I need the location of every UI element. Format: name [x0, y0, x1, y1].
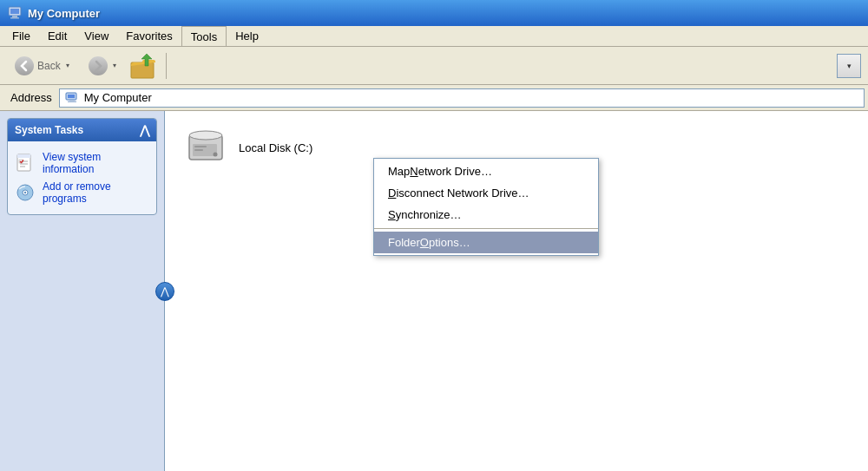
- svg-point-21: [214, 153, 218, 157]
- back-label: Back: [37, 60, 61, 72]
- title-bar: My Computer: [0, 0, 868, 26]
- menu-item-view[interactable]: View: [76, 26, 117, 46]
- address-label: Address: [3, 91, 59, 104]
- title-bar-text: My Computer: [28, 7, 100, 20]
- svg-rect-8: [68, 101, 76, 102]
- svg-rect-1: [10, 9, 19, 14]
- local-disk-label: Local Disk (C:): [239, 141, 312, 154]
- menu-item-favorites[interactable]: Favorites: [117, 26, 181, 46]
- back-button[interactable]: Back ▾: [7, 52, 77, 80]
- view-system-info-icon: [15, 153, 36, 173]
- forward-icon: [89, 56, 108, 75]
- svg-rect-7: [69, 100, 75, 101]
- folder-options-item[interactable]: Folder Options…: [374, 232, 598, 253]
- computer-icon: [7, 5, 23, 21]
- menu-item-file[interactable]: File: [3, 26, 39, 46]
- folder-up-icon: [128, 50, 159, 82]
- local-disk-icon: [182, 128, 230, 167]
- back-icon: [15, 56, 34, 75]
- svg-point-17: [24, 192, 26, 193]
- disconnect-network-drive-item[interactable]: Disconnect Network Drive…: [374, 182, 598, 204]
- address-bar: Address My Computer: [0, 85, 868, 111]
- task-add-remove-programs[interactable]: Add or remove programs: [13, 178, 151, 207]
- disconnect-underline: D: [388, 186, 396, 200]
- local-disk-item[interactable]: Local Disk (C:): [182, 128, 312, 167]
- toolbar-right: ▾: [837, 54, 861, 78]
- svg-rect-10: [17, 154, 30, 158]
- svg-rect-22: [194, 146, 207, 147]
- tools-menu-separator: [374, 228, 598, 229]
- task-view-system-info[interactable]: View system information: [13, 148, 151, 178]
- svg-rect-2: [12, 16, 17, 17]
- folder-options-underline: O: [420, 236, 429, 249]
- left-panel: System Tasks ⋀ View system informa: [0, 111, 165, 471]
- view-system-info-label: View system information: [43, 151, 149, 175]
- tasks-panel: System Tasks ⋀ View system informa: [7, 118, 157, 215]
- svg-point-19: [189, 131, 222, 140]
- add-remove-programs-icon: [15, 182, 36, 203]
- tasks-header-label: System Tasks: [15, 124, 83, 136]
- back-dropdown-arrow[interactable]: ▾: [66, 62, 69, 69]
- tasks-collapse-icon[interactable]: ⋀: [140, 123, 149, 137]
- address-input[interactable]: My Computer: [59, 88, 865, 108]
- map-network-underline: N: [410, 165, 418, 178]
- tasks-body: View system information Add or remove pr…: [8, 141, 156, 214]
- menu-item-help[interactable]: Help: [227, 26, 267, 46]
- main-content: System Tasks ⋀ View system informa: [0, 111, 868, 471]
- tasks-header: System Tasks ⋀: [8, 119, 156, 141]
- toolbar: Back ▾ ▾ ▾: [0, 47, 868, 85]
- address-computer-icon: [65, 91, 79, 105]
- menu-item-edit[interactable]: Edit: [39, 26, 76, 46]
- menu-bar: File Edit View Favorites Tools Help: [0, 26, 868, 47]
- svg-rect-23: [194, 149, 203, 151]
- synchronize-underline: S: [388, 208, 396, 221]
- menu-item-tools[interactable]: Tools: [181, 26, 227, 46]
- tools-dropdown-menu: Map Network Drive… Disconnect Network Dr…: [373, 158, 599, 256]
- toolbar-separator: [166, 53, 167, 79]
- panel-collapse-button[interactable]: ⋀: [155, 282, 174, 301]
- svg-rect-3: [10, 17, 19, 19]
- synchronize-item[interactable]: Synchronize…: [374, 204, 598, 226]
- forward-button[interactable]: ▾: [81, 52, 124, 80]
- svg-rect-6: [68, 95, 75, 98]
- views-dropdown-arrow: ▾: [847, 62, 852, 70]
- map-network-drive-item[interactable]: Map Network Drive…: [374, 160, 598, 182]
- add-remove-programs-label: Add or remove programs: [43, 180, 149, 205]
- forward-dropdown-arrow[interactable]: ▾: [113, 62, 116, 69]
- views-button[interactable]: ▾: [837, 54, 861, 78]
- address-value: My Computer: [84, 91, 152, 104]
- folder-up-button[interactable]: [128, 50, 159, 82]
